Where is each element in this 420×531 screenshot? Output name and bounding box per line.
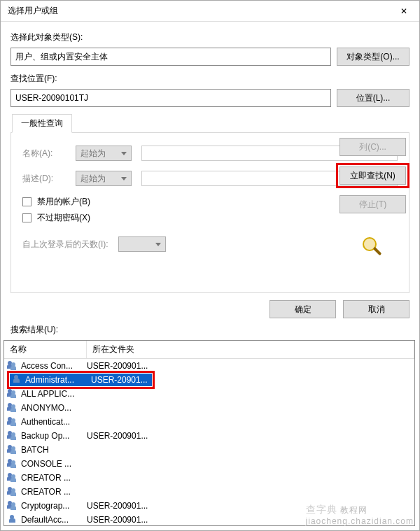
result-folder: USER-200901... <box>87 501 414 511</box>
object-types-button[interactable]: 对象类型(O)... <box>337 48 410 66</box>
list-item[interactable]: ALL APPLIC... <box>4 387 414 401</box>
list-item[interactable]: ANONYMO... <box>4 401 414 415</box>
search-results-label: 搜索结果(U): <box>1 323 419 340</box>
close-button[interactable]: ✕ <box>388 1 419 21</box>
dialog-button-row: 确定 取消 <box>1 293 419 323</box>
chevron-down-icon <box>121 177 127 180</box>
result-name: DefaultAcc... <box>21 515 87 525</box>
name-filter-label: 名称(A): <box>22 148 66 160</box>
checkbox-icon <box>22 197 31 206</box>
group-icon <box>7 417 18 427</box>
result-folder: USER-20901... <box>91 375 152 385</box>
group-icon <box>7 487 18 497</box>
group-icon <box>7 473 18 483</box>
list-item[interactable]: Cryptograp...USER-200901... <box>4 499 414 513</box>
result-name: CREATOR ... <box>21 473 87 483</box>
list-item[interactable]: Administrat...USER-20901... <box>4 373 414 387</box>
list-item[interactable]: BATCH <box>4 443 414 457</box>
results-body[interactable]: Access Con...USER-200901...Administrat..… <box>4 359 414 526</box>
object-type-row: 对象类型(O)... <box>10 48 410 66</box>
disabled-accounts-label: 禁用的帐户(B) <box>37 196 90 208</box>
group-icon <box>7 459 18 469</box>
result-name: Backup Op... <box>21 431 87 441</box>
location-row: 位置(L)... <box>10 89 410 107</box>
user-icon <box>7 515 18 525</box>
result-name: ALL APPLIC... <box>21 389 87 399</box>
close-icon: ✕ <box>400 6 407 16</box>
desc-mode-select[interactable]: 起始为 <box>76 171 132 186</box>
non-expiring-label: 不过期密码(X) <box>37 212 90 224</box>
list-item[interactable]: CREATOR ... <box>4 485 414 499</box>
stop-button[interactable]: 停止(T) <box>340 195 406 213</box>
list-item[interactable]: CONSOLE ... <box>4 457 414 471</box>
result-name: CONSOLE ... <box>21 459 87 469</box>
col-header-folder[interactable]: 所在文件夹 <box>87 341 414 358</box>
chevron-down-icon <box>121 152 127 155</box>
group-icon <box>7 445 18 455</box>
result-name: Authenticat... <box>21 417 87 427</box>
results-header: 名称 所在文件夹 <box>4 341 414 359</box>
side-buttons: 列(C)... 立即查找(N) 停止(T) <box>336 138 410 257</box>
result-name: Access Con... <box>21 361 87 371</box>
list-item[interactable]: CREATOR ... <box>4 471 414 485</box>
selection-highlight: Administrat...USER-20901... <box>7 371 155 389</box>
days-label: 自上次登录后的天数(I): <box>22 239 108 250</box>
ok-button[interactable]: 确定 <box>270 300 336 318</box>
object-type-label: 选择此对象类型(S): <box>10 31 410 43</box>
dialog-window: 选择用户或组 ✕ 选择此对象类型(S): 对象类型(O)... 查找位置(F):… <box>0 0 420 531</box>
find-now-button[interactable]: 立即查找(N) <box>340 167 406 185</box>
group-icon <box>7 403 18 413</box>
result-name: ANONYMO... <box>21 403 87 413</box>
col-header-name[interactable]: 名称 <box>4 341 87 358</box>
user-icon <box>11 375 22 385</box>
cancel-button[interactable]: 取消 <box>343 300 410 318</box>
result-folder: USER-200901... <box>87 515 414 525</box>
columns-button[interactable]: 列(C)... <box>340 138 406 156</box>
name-mode-value: 起始为 <box>80 148 106 160</box>
result-name: Administrat... <box>25 375 91 385</box>
desc-mode-value: 起始为 <box>80 173 106 185</box>
group-icon <box>7 431 18 441</box>
result-name: CREATOR ... <box>21 487 87 497</box>
chevron-down-icon <box>155 243 161 246</box>
group-icon <box>7 361 18 371</box>
result-name: BATCH <box>21 445 87 455</box>
location-input[interactable] <box>10 89 331 107</box>
desc-filter-label: 描述(D): <box>22 173 66 185</box>
list-item[interactable]: Authenticat... <box>4 415 414 429</box>
list-item[interactable]: DefaultAcc...USER-200901... <box>4 513 414 526</box>
days-select[interactable] <box>118 236 166 252</box>
result-folder: USER-200901... <box>87 431 414 441</box>
results-list: 名称 所在文件夹 Access Con...USER-200901...Admi… <box>4 340 415 526</box>
location-label: 查找位置(F): <box>10 73 410 85</box>
name-mode-select[interactable]: 起始为 <box>76 146 132 161</box>
object-type-input[interactable] <box>10 48 331 66</box>
checkbox-icon <box>22 213 31 222</box>
list-item[interactable]: Backup Op...USER-200901... <box>4 429 414 443</box>
result-name: Cryptograp... <box>21 501 87 511</box>
group-icon <box>7 501 18 511</box>
tab-common-queries[interactable]: 一般性查询 <box>12 114 72 133</box>
group-icon <box>7 389 18 399</box>
result-folder: USER-200901... <box>87 361 414 371</box>
window-title: 选择用户或组 <box>8 5 388 17</box>
titlebar: 选择用户或组 ✕ <box>1 1 419 22</box>
magnifier-icon <box>360 237 386 257</box>
locations-button[interactable]: 位置(L)... <box>337 89 410 107</box>
find-now-highlight: 立即查找(N) <box>336 163 410 188</box>
